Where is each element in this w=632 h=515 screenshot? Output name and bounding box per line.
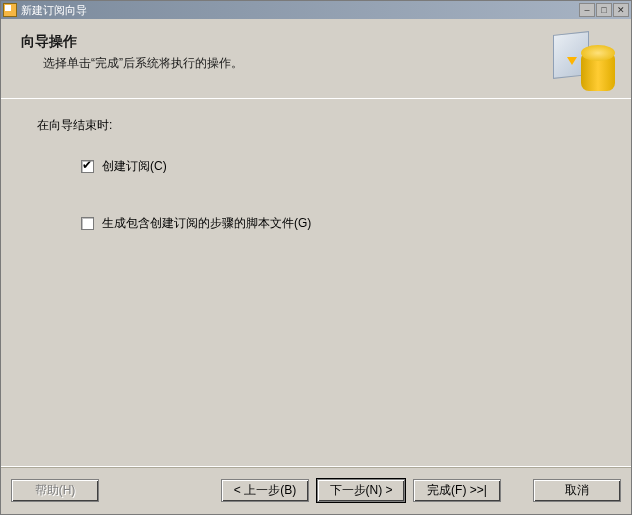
maximize-button[interactable]: □ [596, 3, 612, 17]
back-button[interactable]: < 上一步(B) [221, 479, 309, 502]
cancel-button[interactable]: 取消 [533, 479, 621, 502]
window-controls: – □ ✕ [579, 3, 629, 17]
close-button[interactable]: ✕ [613, 3, 629, 17]
generate-script-label: 生成包含创建订阅的步骤的脚本文件(G) [102, 215, 311, 232]
titlebar: 新建订阅向导 – □ ✕ [1, 1, 631, 19]
header-text: 向导操作 选择单击“完成”后系统将执行的操作。 [1, 19, 553, 98]
wizard-graphic-icon [553, 29, 615, 91]
wizard-window: 新建订阅向导 – □ ✕ 向导操作 选择单击“完成”后系统将执行的操作。 在向导… [0, 0, 632, 515]
wizard-footer: 帮助(H) < 上一步(B) 下一步(N) > 完成(F) >>| 取消 [1, 466, 631, 514]
app-icon [3, 3, 17, 17]
next-button[interactable]: 下一步(N) > [317, 479, 405, 502]
section-label: 在向导结束时: [37, 117, 631, 134]
create-subscription-label: 创建订阅(C) [102, 158, 167, 175]
page-subtitle: 选择单击“完成”后系统将执行的操作。 [43, 55, 553, 72]
help-button[interactable]: 帮助(H) [11, 479, 99, 502]
create-subscription-row: 创建订阅(C) [81, 158, 631, 175]
wizard-content: 在向导结束时: 创建订阅(C) 生成包含创建订阅的步骤的脚本文件(G) [1, 99, 631, 466]
window-title: 新建订阅向导 [21, 3, 579, 18]
minimize-button[interactable]: – [579, 3, 595, 17]
generate-script-checkbox[interactable] [81, 217, 94, 230]
finish-button[interactable]: 完成(F) >>| [413, 479, 501, 502]
page-title: 向导操作 [21, 33, 553, 51]
wizard-header: 向导操作 选择单击“完成”后系统将执行的操作。 [1, 19, 631, 99]
generate-script-row: 生成包含创建订阅的步骤的脚本文件(G) [81, 215, 631, 232]
create-subscription-checkbox[interactable] [81, 160, 94, 173]
